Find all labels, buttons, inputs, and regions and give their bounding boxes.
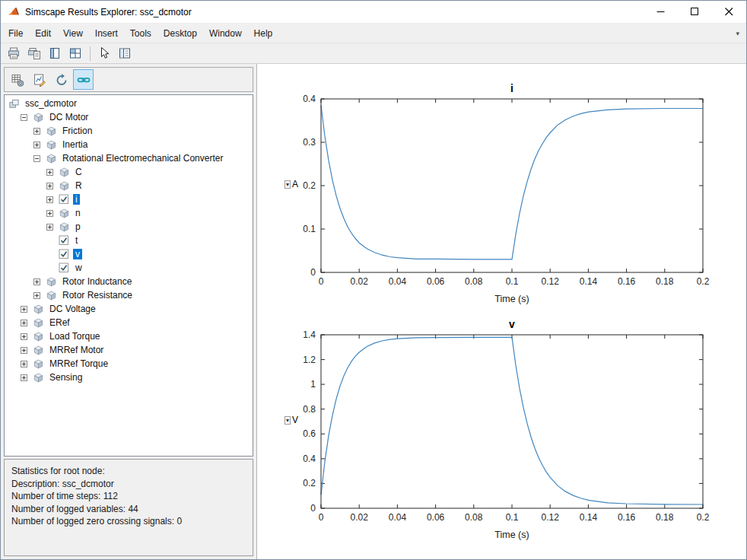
tree-node-inertia[interactable]: Inertia [5,138,253,151]
statistics-options-button[interactable] [7,69,27,90]
svg-text:0.14: 0.14 [580,512,598,523]
tree-node-label[interactable]: MRRef Torque [47,358,110,369]
expand-toggle-icon[interactable] [21,361,29,368]
y-axis-unit-dropdown[interactable]: ▾V [284,415,298,425]
block-icon [32,372,44,383]
tree-node-label[interactable]: C [73,167,84,177]
expand-toggle-icon[interactable] [46,183,55,189]
tree-node-label[interactable]: Inertia [60,139,90,150]
tree-node-label[interactable]: i [73,194,80,205]
tree-node-label[interactable]: DC Motor [47,112,91,123]
tree-node-eref[interactable]: ERef [5,316,253,329]
expander-spacer [46,237,55,244]
minimize-button[interactable] [644,1,678,23]
menu-overflow-chevron-icon[interactable]: ▾ [736,24,739,43]
expand-toggle-icon[interactable] [33,292,42,299]
collapse-toggle-icon[interactable] [33,155,42,162]
tree-node-friction[interactable]: Friction [5,124,253,138]
split-vertical-button[interactable] [45,45,64,62]
tree-node-label[interactable]: v [73,249,82,259]
expand-toggle-icon[interactable] [21,306,29,313]
tree-node-sensing[interactable]: Sensing [5,371,253,384]
expand-toggle-icon[interactable] [21,374,29,381]
expand-toggle-icon[interactable] [46,169,55,176]
tree-node-mrref-motor[interactable]: MRRef Motor [5,343,253,357]
menu-view[interactable]: View [57,24,89,43]
tree-node-label[interactable]: n [73,208,83,218]
menu-edit[interactable]: Edit [29,24,57,43]
tree-node-label[interactable]: Load Torque [47,331,103,342]
tree-node-label[interactable]: DC Voltage [47,304,98,314]
pointer-icon [97,46,111,60]
tree-node-label[interactable]: Rotor Inductance [60,276,134,287]
svg-text:1.2: 1.2 [303,355,316,365]
plot-options-button[interactable] [29,69,49,90]
tree-node-w[interactable]: w [5,261,253,275]
svg-text:0.18: 0.18 [656,512,674,523]
expand-toggle-icon[interactable] [21,333,29,340]
expand-toggle-icon[interactable] [21,320,29,326]
link-plots-icon [77,73,91,87]
tree-node-label[interactable]: R [73,180,84,191]
close-button[interactable] [712,1,746,23]
tree-node-ssc-dcmotor[interactable]: ssc_dcmotor [5,97,253,110]
tree-node-mrref-torque[interactable]: MRRef Torque [5,357,253,371]
tree-node-label[interactable]: MRRef Motor [47,345,106,355]
svg-text:0.08: 0.08 [465,512,483,523]
plot-options-icon [33,73,46,87]
collapse-toggle-icon[interactable] [21,114,29,121]
tree-node-dc-motor[interactable]: DC Motor [5,110,253,124]
chart-v: 00.020.040.060.080.10.120.140.160.180.20… [259,312,745,548]
expander-spacer [46,265,55,272]
tree-node-t[interactable]: t [5,234,253,247]
show-panel-button[interactable] [115,45,134,62]
y-axis-unit-dropdown[interactable]: ▾A [284,179,298,189]
block-icon [32,345,44,356]
tree-node-label[interactable]: w [73,262,84,273]
menu-file[interactable]: File [2,24,29,43]
pointer-button[interactable] [94,45,113,62]
tree-node-rotor-inductance[interactable]: Rotor Inductance [5,275,253,288]
tree-node-r[interactable]: R [5,179,253,192]
expand-toggle-icon[interactable] [46,196,55,203]
matlab-app-icon [8,6,20,18]
expand-toggle-icon[interactable] [33,278,42,285]
tree-node-label[interactable]: Sensing [47,372,84,383]
maximize-button[interactable] [678,1,712,23]
tree-node-label[interactable]: t [73,235,80,246]
tree-node-p[interactable]: p [5,220,253,234]
tree-node-v[interactable]: v [5,247,253,261]
tree-node-label[interactable]: Friction [60,126,94,136]
refresh-button[interactable] [51,69,72,90]
tree-node-load-torque[interactable]: Load Torque [5,329,253,343]
tree-node-rotor-resistance[interactable]: Rotor Resistance [5,288,253,302]
tree-node-dc-voltage[interactable]: DC Voltage [5,302,253,316]
expand-toggle-icon[interactable] [46,224,55,231]
menu-window[interactable]: Window [203,24,248,43]
print-preview-icon [27,46,41,60]
link-plots-button[interactable] [73,69,94,90]
stats-line: Number of logged variables: 44 [11,503,246,516]
expand-toggle-icon[interactable] [33,142,42,148]
expand-toggle-icon[interactable] [46,210,55,217]
print-preview-button[interactable] [24,45,43,62]
expand-toggle-icon[interactable] [21,347,29,354]
tree-node-n[interactable]: n [5,206,253,220]
tree-node-c[interactable]: C [5,165,253,179]
expand-toggle-icon[interactable] [33,128,42,135]
menu-tools[interactable]: Tools [124,24,157,43]
tree-node-label[interactable]: p [73,221,83,232]
tile-windows-button[interactable] [65,45,84,62]
menu-insert[interactable]: Insert [89,24,124,43]
tree-node-i[interactable]: i [5,192,253,206]
menu-help[interactable]: Help [248,24,279,43]
menu-desktop[interactable]: Desktop [157,24,203,43]
tree-node-label[interactable]: ssc_dcmotor [23,98,79,109]
tree-node-label[interactable]: ERef [47,317,72,328]
tree-node-label[interactable]: Rotor Resistance [60,290,135,301]
print-button[interactable] [4,45,23,62]
tree-node-label[interactable]: Rotational Electromechanical Converter [60,153,225,164]
model-icon [8,98,20,110]
tree-node-rotational-electromechanical-converter[interactable]: Rotational Electromechanical Converter [5,151,253,165]
block-icon [45,290,57,301]
